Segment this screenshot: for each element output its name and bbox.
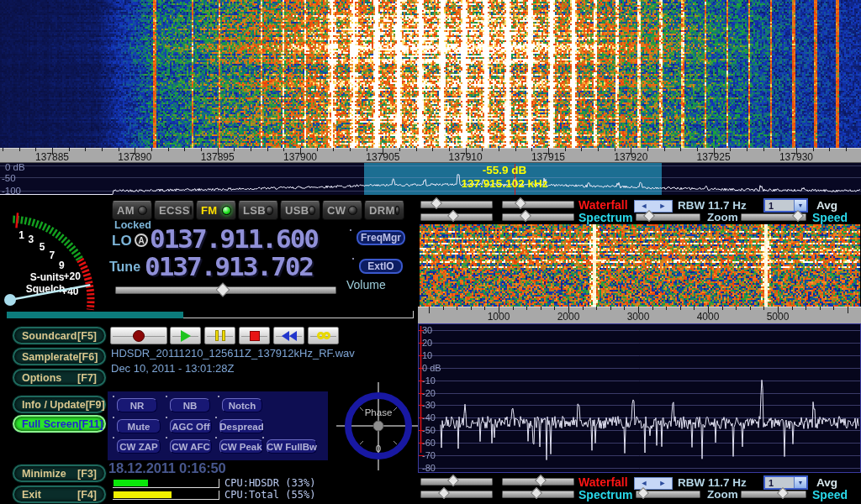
avg-count-dropdown[interactable]: 1▼ — [763, 198, 808, 213]
slider-thumb[interactable] — [531, 487, 542, 499]
mode-label: LSB — [243, 204, 266, 217]
db-label-100: -100 — [2, 186, 21, 196]
stop-button[interactable] — [239, 327, 270, 344]
slider-thumb[interactable] — [438, 487, 450, 499]
dropdown-arrow-icon[interactable]: ▼ — [794, 477, 806, 488]
slider-thumb[interactable] — [520, 210, 531, 222]
waterfall-contrast-slider[interactable] — [502, 478, 574, 486]
tune-frequency-display[interactable]: 0137.913.702 — [145, 251, 313, 281]
spectrum-tab-label[interactable]: Spectrum — [578, 488, 633, 501]
zoom-spectrum-display[interactable] — [419, 324, 860, 472]
lo-lock-badge[interactable]: A — [135, 234, 148, 247]
spin-right-icon[interactable]: ► — [659, 202, 667, 210]
zoom-db-label: -70 — [422, 450, 436, 460]
cw-zap-button[interactable]: CW ZAP — [117, 439, 161, 454]
minimize-button[interactable]: Minimize[F3] — [13, 465, 106, 482]
dsp-panel: NR NB Notch Mute AGC Off Despread CW ZAP… — [108, 391, 328, 460]
lo-locked-label: Locked — [114, 219, 151, 231]
volume-slider-thumb[interactable] — [216, 283, 230, 297]
cw-afc-button[interactable]: CW AFC — [170, 439, 212, 454]
frequency-tick-label: 137910 — [449, 151, 483, 163]
mode-lsb-button[interactable]: LSB — [238, 201, 278, 220]
cw-peak-button[interactable]: CW Peak — [219, 439, 263, 454]
info-update-button[interactable]: Info / Update[F9] — [13, 396, 106, 413]
play-icon — [181, 330, 191, 342]
db-label-50: -50 — [2, 173, 16, 183]
phase-dial[interactable] — [336, 382, 420, 470]
rewind-button[interactable] — [273, 327, 304, 344]
full-screen-button[interactable]: Full Screen[F11] — [13, 415, 106, 433]
rewind-icon — [282, 331, 289, 341]
notch-button[interactable]: Notch — [222, 398, 262, 412]
despread-button[interactable]: Despread — [219, 419, 264, 433]
options-button[interactable]: Options[F7] — [13, 369, 106, 386]
soundcard-button[interactable]: Soundcard[F5] — [13, 327, 106, 344]
lo-label: LO — [112, 233, 132, 249]
zoom-slider[interactable] — [636, 213, 700, 221]
frequency-tick-label: 137890 — [118, 151, 151, 163]
cw-fullbw-button[interactable]: CW FullBw — [267, 439, 317, 454]
lo-frequency-display[interactable]: 0137.911.600 — [150, 223, 318, 254]
zoom-frequency-scale[interactable]: 10002000300040005000 — [418, 307, 861, 323]
mode-am-button[interactable]: AM — [112, 201, 152, 220]
speed-slider[interactable] — [741, 491, 806, 498]
spin-right-icon[interactable]: ► — [659, 480, 667, 487]
spin-left-icon[interactable]: ◄ — [641, 202, 648, 210]
frequency-tick-label: 137930 — [779, 151, 813, 163]
zoom-tick-label: 1000 — [488, 311, 510, 323]
mode-fm-button[interactable]: FM — [196, 201, 236, 220]
mode-drm-button[interactable]: DRM — [364, 201, 404, 220]
waterfall-contrast-slider[interactable] — [502, 201, 574, 208]
zoom-slider[interactable] — [636, 491, 700, 498]
zoom-spectrum-panel[interactable]: 3020100 dB-10-20-30-40-50-60-70-80 — [418, 323, 861, 473]
mute-button[interactable]: Mute — [117, 419, 161, 433]
spectrum-min-slider[interactable] — [420, 491, 493, 498]
slider-thumb[interactable] — [515, 197, 526, 209]
slider-thumb[interactable] — [430, 197, 442, 209]
display-controls-top: Waterfall ◄► RBW 11.7 Hz 1▼ Avg Spectrum… — [418, 198, 861, 224]
squelch-level-track[interactable] — [7, 311, 414, 318]
agc-off-button[interactable]: AGC Off — [170, 419, 212, 433]
rbw-spinner[interactable]: ◄► — [634, 477, 673, 490]
loop-button[interactable] — [308, 327, 339, 344]
slider-thumb[interactable] — [447, 475, 459, 486]
mode-ecss-button[interactable]: ECSS — [154, 201, 194, 220]
waterfall-tab-label[interactable]: Waterfall — [578, 198, 628, 212]
avg-count-dropdown[interactable]: 1▼ — [763, 475, 808, 490]
spectrum-tab-label[interactable]: Spectrum — [578, 211, 633, 224]
pause-button[interactable] — [204, 327, 235, 344]
mode-usb-button[interactable]: USB — [280, 201, 320, 220]
mode-label: DRM — [369, 204, 395, 217]
play-button[interactable] — [170, 327, 201, 344]
exit-button[interactable]: Exit[F4] — [13, 486, 106, 503]
dropdown-arrow-icon[interactable]: ▼ — [794, 200, 806, 211]
nb-button[interactable]: NB — [170, 398, 210, 412]
mode-cw-button[interactable]: CW — [322, 201, 362, 220]
button-fkey: [F9] — [86, 399, 105, 411]
spectrum-max-slider[interactable] — [502, 213, 574, 221]
spin-left-icon[interactable]: ◄ — [641, 480, 648, 487]
display-controls-bottom: Waterfall ◄► RBW 11.7 Hz 1▼ Avg Spectrum… — [418, 475, 861, 501]
freqmgr-button[interactable]: FreqMgr — [357, 230, 405, 245]
spectrum-max-slider[interactable] — [502, 491, 574, 498]
samplerate-button[interactable]: Samplerate[F6] — [13, 348, 106, 365]
waterfall-brightness-slider[interactable] — [420, 201, 493, 208]
volume-slider[interactable] — [115, 286, 336, 294]
main-frequency-scale[interactable]: 1378851378901378951379001379051379101379… — [0, 148, 861, 163]
slider-thumb[interactable] — [447, 210, 459, 222]
squelch-level-bar — [7, 312, 183, 318]
s-meter[interactable] — [2, 197, 108, 312]
extio-button[interactable]: ExtIO — [359, 259, 403, 274]
zoom-waterfall-display[interactable] — [420, 224, 860, 307]
nr-button[interactable]: NR — [117, 398, 157, 412]
speed-slider[interactable] — [741, 213, 806, 221]
slider-thumb[interactable] — [535, 475, 547, 486]
rbw-spinner[interactable]: ◄► — [634, 200, 673, 213]
waterfall-tab-label[interactable]: Waterfall — [578, 475, 628, 489]
waterfall-brightness-slider[interactable] — [420, 478, 493, 486]
cpu-hdsdr-label: CPU:HDSDR (33%) — [224, 477, 315, 489]
record-button[interactable] — [110, 327, 167, 344]
spectrum-min-slider[interactable] — [420, 213, 493, 221]
main-waterfall-display[interactable] — [0, 0, 861, 148]
button-label: Info / Update — [22, 399, 86, 411]
